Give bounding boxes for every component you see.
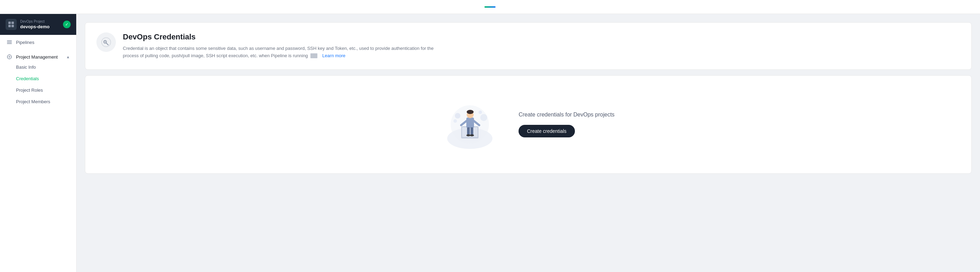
svg-point-33 [453, 119, 457, 123]
svg-point-31 [480, 114, 487, 121]
svg-rect-26 [467, 127, 470, 135]
svg-point-16 [105, 42, 106, 43]
sub-nav-project-management: Basic Info Credentials Project Roles Pro… [0, 61, 76, 107]
page-description: Credential is an object that contains so… [123, 45, 436, 60]
pipelines-label: Pipelines [16, 40, 35, 45]
main-layout: DevOps Project devops-demo ✓ Pipelines [0, 14, 980, 272]
project-label: DevOps Project [20, 19, 59, 23]
book-separator [310, 53, 317, 58]
svg-rect-21 [466, 117, 474, 128]
svg-point-30 [455, 113, 460, 118]
sidebar-item-pipelines[interactable]: Pipelines [0, 35, 76, 50]
top-bar-logo [484, 6, 496, 8]
project-info: DevOps Project devops-demo [20, 19, 59, 29]
sidebar-item-basic-info[interactable]: Basic Info [0, 61, 76, 73]
svg-rect-5 [7, 42, 12, 43]
project-name: devops-demo [20, 24, 59, 29]
sidebar-item-project-members[interactable]: Project Members [0, 96, 76, 107]
description-text: DevOps Credentials Credential is an obje… [123, 32, 436, 60]
project-management-icon [6, 54, 13, 60]
project-management-label: Project Management [16, 54, 58, 60]
description-card: DevOps Credentials Credential is an obje… [85, 22, 972, 70]
svg-point-32 [479, 110, 482, 114]
project-header[interactable]: DevOps Project devops-demo ✓ [0, 14, 76, 35]
empty-illustration [442, 97, 498, 152]
svg-rect-3 [11, 25, 14, 27]
learn-more-link[interactable]: Learn more [322, 52, 345, 60]
create-credentials-button[interactable]: Create credentials [519, 125, 575, 138]
project-check-icon: ✓ [63, 21, 71, 28]
svg-rect-0 [8, 22, 11, 24]
page-title: DevOps Credentials [123, 32, 436, 42]
sidebar-section-project-management[interactable]: Project Management ▲ [0, 50, 76, 61]
svg-rect-27 [471, 127, 473, 135]
sidebar-item-project-roles[interactable]: Project Roles [0, 85, 76, 96]
sidebar: DevOps Project devops-demo ✓ Pipelines [0, 14, 76, 272]
svg-rect-2 [8, 25, 11, 27]
svg-point-23 [467, 110, 474, 114]
svg-point-29 [470, 134, 474, 136]
project-icon [6, 19, 17, 30]
chevron-up-icon: ▲ [66, 55, 70, 59]
svg-rect-4 [7, 40, 12, 41]
svg-rect-1 [11, 22, 14, 24]
svg-rect-6 [7, 43, 12, 44]
content-area: DevOps Credentials Credential is an obje… [76, 14, 980, 272]
svg-point-8 [9, 56, 10, 58]
empty-state-title: Create credentials for DevOps projects [519, 112, 614, 118]
credentials-icon-wrap [96, 32, 116, 52]
empty-state-content: Create credentials for DevOps projects C… [519, 112, 614, 138]
empty-state-card: Create credentials for DevOps projects C… [85, 75, 972, 174]
sidebar-item-credentials[interactable]: Credentials [0, 73, 76, 85]
pipelines-icon [6, 39, 13, 45]
top-bar [0, 0, 980, 14]
